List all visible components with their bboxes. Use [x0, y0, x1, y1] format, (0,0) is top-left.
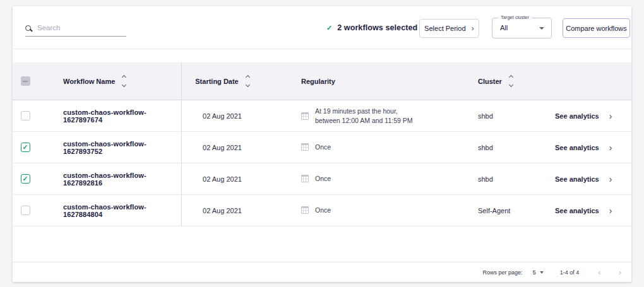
calendar-icon	[301, 175, 309, 182]
chevron-right-icon[interactable]: ›	[609, 206, 612, 215]
target-cluster-select[interactable]: Target cluster All	[492, 18, 552, 38]
workflows-table: Workflow Name Starting Date Regularity C…	[13, 62, 631, 226]
chevron-right-icon[interactable]: ›	[609, 143, 612, 152]
rows-per-page-value: 5	[532, 269, 535, 276]
cluster-name: Self-Agent	[478, 207, 510, 214]
calendar-icon	[301, 143, 309, 151]
table-pagination: Rows per page: 5 1-4 of 4 ‹ ›	[13, 262, 631, 282]
caret-down-icon	[540, 271, 544, 274]
selection-status: ✓ 2 workflows selected	[326, 6, 417, 49]
chevron-right-icon[interactable]: ›	[609, 112, 612, 120]
search-field[interactable]	[25, 24, 126, 37]
calendar-icon	[301, 206, 309, 214]
target-cluster-value: All	[500, 24, 508, 32]
target-cluster-label: Target cluster	[498, 15, 532, 20]
see-analytics-link[interactable]: See analytics	[555, 175, 599, 183]
toolbar: ✓ 2 workflows selected Select Period › T…	[13, 6, 631, 49]
starting-date: 02 Aug 2021	[203, 175, 242, 183]
sort-down-icon	[509, 83, 513, 87]
compare-workflows-button[interactable]: Compare workflows	[563, 18, 630, 38]
header-cluster: Cluster	[478, 78, 502, 85]
workflow-name: custom-chaos-workflow-1627893752	[63, 140, 181, 155]
search-icon	[25, 25, 31, 31]
see-analytics-link[interactable]: See analytics	[555, 144, 599, 151]
workflow-name: custom-chaos-workflow-1627897674	[63, 108, 181, 124]
sort-up-icon	[246, 75, 250, 79]
row-checkbox[interactable]	[21, 206, 30, 215]
rows-per-page-select[interactable]: 5	[532, 269, 543, 276]
row-checkbox[interactable]: ✓	[21, 143, 30, 152]
check-icon: ✓	[326, 24, 332, 32]
row-checkbox[interactable]	[21, 111, 30, 120]
header-starting-date: Starting Date	[195, 78, 238, 85]
workflows-compare-card: ✓ 2 workflows selected Select Period › T…	[13, 6, 631, 282]
workflow-name: custom-chaos-workflow-1627892816	[63, 172, 181, 187]
select-period-label: Select Period	[424, 25, 465, 32]
cluster-name: shbd	[478, 175, 493, 183]
table-header-row: Workflow Name Starting Date Regularity C…	[13, 62, 631, 100]
calendar-icon	[301, 112, 309, 120]
workflow-name: custom-chaos-workflow-1627884804	[63, 203, 181, 218]
regularity-text: Once	[315, 206, 331, 214]
see-analytics-link[interactable]: See analytics	[555, 207, 599, 214]
compare-workflows-label: Compare workflows	[566, 25, 627, 32]
sort-down-icon	[246, 83, 250, 87]
rows-per-page-label: Rows per page:	[482, 269, 522, 276]
starting-date: 02 Aug 2021	[203, 144, 242, 151]
header-workflow-name: Workflow Name	[63, 78, 115, 85]
header-regularity: Regularity	[301, 78, 335, 85]
table-row: custom-chaos-workflow-1627884804 02 Aug …	[13, 195, 631, 226]
sort-workflow-name[interactable]	[122, 76, 126, 86]
see-analytics-link[interactable]: See analytics	[555, 112, 599, 120]
sort-cluster[interactable]	[510, 76, 513, 86]
sort-up-icon	[122, 75, 126, 79]
column-divider	[181, 62, 182, 226]
table-row: ✓ custom-chaos-workflow-1627893752 02 Au…	[13, 132, 631, 163]
pagination-range: 1-4 of 4	[560, 269, 580, 276]
row-checkbox[interactable]: ✓	[21, 174, 30, 184]
cluster-name: shbd	[478, 112, 493, 120]
select-period-button[interactable]: Select Period ›	[419, 19, 479, 38]
select-all-checkbox[interactable]	[21, 76, 30, 86]
regularity-text: Once	[315, 143, 331, 151]
sort-starting-date[interactable]	[246, 76, 249, 86]
sort-up-icon	[509, 75, 513, 79]
cluster-name: shbd	[478, 144, 493, 151]
table-row: ✓ custom-chaos-workflow-1627892816 02 Au…	[13, 163, 631, 195]
sort-down-icon	[122, 83, 126, 87]
table-row: custom-chaos-workflow-1627897674 02 Aug …	[13, 100, 631, 132]
workflows-selected-label: 2 workflows selected	[337, 23, 417, 32]
next-page-button[interactable]: ›	[619, 268, 621, 276]
previous-page-button[interactable]: ‹	[598, 268, 600, 276]
starting-date: 02 Aug 2021	[203, 207, 242, 214]
search-input[interactable]	[37, 24, 126, 32]
caret-down-icon	[539, 27, 544, 30]
chevron-right-icon: ›	[472, 24, 474, 32]
regularity-text: At 19 minutes past the hour, between 12:…	[315, 107, 413, 124]
chevron-right-icon[interactable]: ›	[609, 175, 612, 184]
starting-date: 02 Aug 2021	[203, 112, 242, 120]
regularity-text: Once	[315, 174, 331, 183]
